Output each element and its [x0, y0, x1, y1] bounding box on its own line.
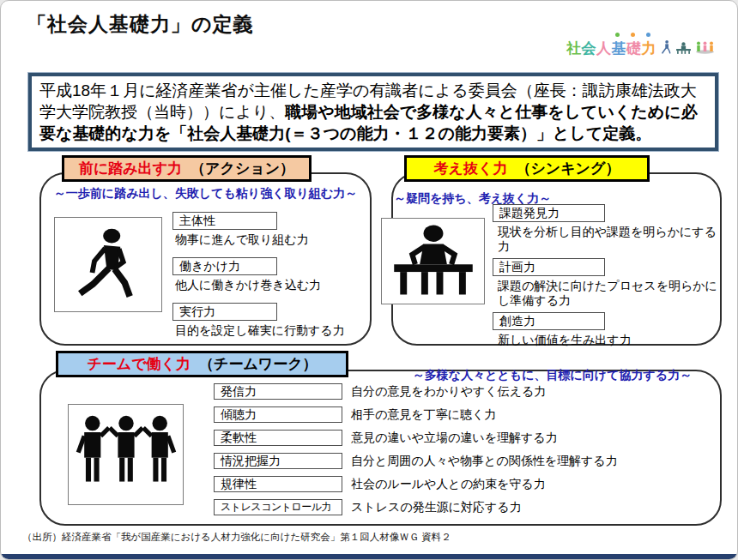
competency-desc: 目的を設定し確実に行動する力	[175, 323, 368, 338]
logo-dots	[615, 33, 650, 37]
source-note: （出所）経済産業省「我が国産業における人材力強化に向けた研究会」第１回人材像ＷＧ…	[22, 531, 451, 544]
logo-char: 礎	[626, 39, 642, 58]
competency-item: 計画力 課題の解決に向けたプロセスを明らかにし準備する力	[493, 258, 719, 308]
logo-char: 力	[642, 39, 657, 58]
competency-desc: 現状を分析し目的や課題を明らかにする力	[498, 225, 719, 254]
section-thinking-paren: （シンキング）	[516, 160, 620, 177]
definition-box: 平成18年１月に経済産業省が主催した産学の有識者による委員会（座長：諏訪康雄法政…	[28, 73, 718, 151]
competency-desc: 自分と周囲の人々や物事との関係性を理解する力	[351, 454, 618, 469]
logo-icons	[661, 40, 715, 57]
competency-name-box: 働きかけ力	[172, 257, 277, 275]
competency-item: 情況把握力 自分と周囲の人々や物事との関係性を理解する力	[214, 453, 717, 469]
walking-person-pictogram	[72, 223, 144, 307]
competency-desc: 社会のルールや人との約束を守る力	[351, 477, 546, 492]
section-action-title: 前に踏み出す力	[79, 160, 182, 177]
competency-item: ストレスコントロール力 ストレスの発生源に対応する力	[214, 499, 717, 515]
competency-name-box: 創造力	[493, 312, 605, 330]
section-action-tagline: ～一歩前に踏み出し、失敗しても粘り強く取り組む力～	[39, 186, 372, 202]
competency-item: 創造力 新しい価値を生み出す力	[493, 312, 719, 347]
thinking-items: 課題発見力 現状を分析し目的や課題を明らかにする力 計画力 課題の解決に向けたプ…	[493, 204, 719, 352]
competency-item: 発信力 自分の意見をわかりやすく伝える力	[214, 383, 717, 400]
team-people-icon	[695, 41, 715, 57]
competency-desc: 課題の解決に向けたプロセスを明らかにし準備する力	[498, 279, 719, 308]
thinking-pictogram-box	[381, 218, 485, 304]
desk-person-pictogram	[388, 222, 479, 301]
competency-item: 規律性 社会のルールや人との約束を守る力	[214, 476, 717, 492]
section-action-header: 前に踏み出す力（アクション）	[62, 155, 312, 182]
competency-name-box: 実行力	[172, 303, 277, 321]
section-thinking-header: 考え抜く力（シンキング）	[404, 155, 650, 182]
competency-name-box: 課題発見力	[493, 204, 605, 222]
logo-text: 社 会 人 基 礎 力	[566, 39, 656, 58]
section-teamwork-paren: （チームワーク）	[199, 356, 318, 372]
competency-name-box: 計画力	[493, 258, 605, 276]
competency-item: 働きかけ力 他人に働きかけ巻き込む力	[172, 257, 368, 292]
slide: 「社会人基礎力」の定義 社 会 人 基 礎 力	[0, 0, 738, 560]
competency-name-box: ストレスコントロール力	[214, 499, 342, 515]
logo-char: 会	[582, 39, 597, 58]
page-title: 「社会人基礎力」の定義	[27, 11, 254, 38]
competency-desc: 相手の意見を丁寧に聴く力	[351, 407, 496, 423]
competency-item: 実行力 目的を設定し確実に行動する力	[172, 303, 368, 338]
section-action-paren: （アクション）	[191, 160, 294, 177]
logo-char: 基	[612, 39, 627, 58]
competency-name-box: 規律性	[214, 476, 342, 492]
team-people-pictogram	[74, 411, 178, 498]
competency-name-box: 主体性	[172, 212, 277, 230]
competency-name-box: 情況把握力	[214, 453, 342, 469]
walking-person-icon	[661, 40, 672, 57]
desk-person-icon	[675, 42, 692, 57]
competency-desc: 自分の意見をわかりやすく伝える力	[351, 384, 546, 400]
competency-name-box: 発信力	[214, 383, 342, 400]
logo-char: 人	[596, 39, 612, 58]
bottom-bar	[1, 554, 737, 559]
competency-item: 課題発見力 現状を分析し目的や課題を明らかにする力	[493, 204, 719, 254]
competency-item: 柔軟性 意見の違いや立場の違いを理解する力	[214, 430, 717, 446]
section-thinking-title: 考え抜く力	[434, 160, 508, 177]
competency-item: 傾聴力 相手の意見を丁寧に聴く力	[214, 406, 717, 423]
competency-desc: 意見の違いや立場の違いを理解する力	[351, 431, 558, 446]
competency-name-box: 柔軟性	[214, 430, 342, 446]
section-teamwork-title: チームで働く力	[87, 356, 191, 372]
section-teamwork-tagline: ～多様な人々とともに、目標に向けて協力する力～	[404, 368, 700, 383]
logo: 社 会 人 基 礎 力	[566, 39, 715, 58]
competency-desc: 他人に働きかけ巻き込む力	[175, 278, 368, 292]
competency-desc: 新しい価値を生み出す力	[498, 333, 719, 347]
action-items: 主体性 物事に進んで取り組む力 働きかけ力 他人に働きかけ巻き込む力 実行力 目…	[172, 212, 368, 348]
competency-desc: ストレスの発生源に対応する力	[351, 500, 522, 515]
competency-name-box: 傾聴力	[214, 406, 342, 423]
competency-desc: 物事に進んで取り組む力	[175, 232, 368, 247]
teamwork-items: 発信力 自分の意見をわかりやすく伝える力 傾聴力 相手の意見を丁寧に聴く力 柔軟…	[214, 383, 717, 522]
section-teamwork-header: チームで働く力（チームワーク）	[56, 351, 348, 377]
action-pictogram-box	[54, 217, 162, 312]
teamwork-pictogram-box	[68, 404, 184, 505]
competency-item: 主体性 物事に進んで取り組む力	[172, 212, 368, 247]
logo-char: 社	[566, 39, 582, 58]
